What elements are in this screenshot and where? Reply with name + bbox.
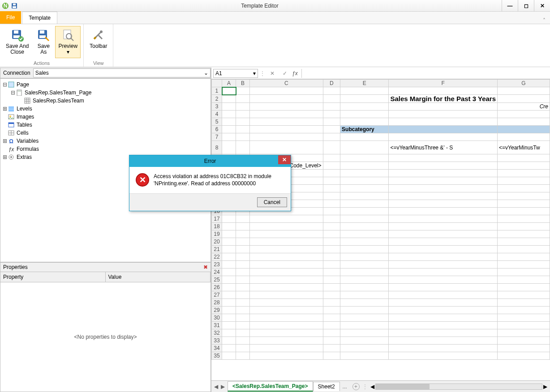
row-header[interactable]: 30 [212, 314, 222, 322]
row-header[interactable]: 22 [212, 253, 222, 261]
cell[interactable] [323, 268, 340, 276]
cell[interactable] [389, 268, 498, 276]
cell[interactable] [250, 111, 323, 118]
sheet-nav-next[interactable]: ▶ [221, 383, 225, 390]
cell[interactable] [389, 238, 498, 246]
cell[interactable] [498, 170, 550, 177]
cell[interactable] [389, 87, 498, 95]
cell[interactable] [340, 192, 389, 200]
cell[interactable] [340, 284, 389, 291]
cell[interactable] [323, 352, 340, 360]
cell[interactable] [222, 238, 236, 246]
properties-close-icon[interactable]: ✖ [203, 264, 208, 270]
cell[interactable] [250, 322, 323, 329]
cell[interactable] [389, 329, 498, 337]
cell[interactable] [323, 162, 340, 170]
cell[interactable] [250, 284, 323, 291]
cell[interactable] [323, 329, 340, 337]
cell[interactable] [340, 87, 389, 95]
cell[interactable] [498, 230, 550, 238]
cell[interactable] [340, 246, 389, 253]
cell[interactable] [389, 284, 498, 291]
cell[interactable] [498, 185, 550, 192]
cell[interactable] [323, 103, 340, 111]
cancel-formula-icon[interactable]: ✕ [267, 69, 278, 78]
row-header[interactable]: 7 [212, 133, 222, 141]
cell[interactable] [389, 261, 498, 268]
cell[interactable] [498, 352, 550, 360]
accept-formula-icon[interactable]: ✓ [279, 69, 290, 78]
cell[interactable] [236, 133, 250, 141]
cell[interactable] [323, 299, 340, 307]
col-header[interactable]: C [250, 80, 323, 87]
cell[interactable] [389, 177, 498, 185]
cell[interactable] [340, 215, 389, 223]
horizontal-scrollbar[interactable]: ◀▶ [368, 383, 550, 390]
cell[interactable] [340, 177, 389, 185]
cell[interactable] [389, 103, 498, 111]
cell[interactable] [389, 299, 498, 307]
cell[interactable] [389, 253, 498, 261]
cell[interactable] [222, 337, 236, 345]
cell[interactable] [323, 276, 340, 284]
cell[interactable] [222, 141, 236, 154]
cell[interactable]: Subcategory [340, 126, 389, 133]
row-header[interactable]: 31 [212, 322, 222, 329]
dialog-close-button[interactable]: ✕ [278, 155, 291, 164]
cell[interactable] [389, 352, 498, 360]
cell[interactable] [236, 215, 250, 223]
row-header[interactable]: 2 [212, 95, 222, 103]
cell[interactable] [498, 307, 550, 314]
cell[interactable] [222, 276, 236, 284]
sheet-more[interactable]: ... [340, 383, 350, 390]
cell[interactable] [389, 223, 498, 230]
cell[interactable] [222, 246, 236, 253]
add-sheet-button[interactable]: + [352, 383, 360, 390]
cell[interactable] [340, 185, 389, 192]
col-header[interactable]: B [236, 80, 250, 87]
cell[interactable] [236, 230, 250, 238]
cell[interactable] [250, 253, 323, 261]
row-header[interactable]: 25 [212, 276, 222, 284]
col-header[interactable]: F [389, 80, 498, 87]
col-header[interactable]: E [340, 80, 389, 87]
cell[interactable] [389, 246, 498, 253]
cell[interactable] [222, 133, 236, 141]
cell[interactable] [222, 352, 236, 360]
cell[interactable] [323, 246, 340, 253]
cell[interactable] [340, 208, 389, 215]
cell[interactable] [340, 337, 389, 345]
cell[interactable] [340, 133, 389, 141]
expand-icon[interactable]: ⊞ [2, 154, 8, 160]
cell[interactable] [498, 261, 550, 268]
cell[interactable] [389, 192, 498, 200]
row-header[interactable]: 5 [212, 118, 222, 126]
cell[interactable] [340, 103, 389, 111]
cell[interactable] [498, 268, 550, 276]
cell[interactable] [236, 314, 250, 322]
row-header[interactable]: 35 [212, 352, 222, 360]
row-header[interactable]: 18 [212, 223, 222, 230]
cell[interactable] [498, 253, 550, 261]
cell[interactable] [389, 215, 498, 223]
cell[interactable] [389, 200, 498, 208]
cell[interactable] [236, 352, 250, 360]
cell[interactable] [250, 314, 323, 322]
cell[interactable] [323, 322, 340, 329]
cell[interactable] [498, 177, 550, 185]
cell[interactable] [340, 162, 389, 170]
cell[interactable] [340, 118, 389, 126]
cell[interactable] [498, 133, 550, 141]
cell[interactable] [340, 307, 389, 314]
cell[interactable] [222, 268, 236, 276]
cell[interactable] [498, 314, 550, 322]
cell[interactable] [323, 154, 340, 162]
close-button[interactable]: ✕ [534, 0, 550, 12]
cell[interactable] [498, 329, 550, 337]
cell[interactable] [340, 329, 389, 337]
sheet-nav-prev[interactable]: ◀ [214, 383, 218, 390]
cell[interactable] [250, 133, 323, 141]
cell[interactable] [340, 230, 389, 238]
cell[interactable] [323, 118, 340, 126]
cell[interactable] [222, 322, 236, 329]
